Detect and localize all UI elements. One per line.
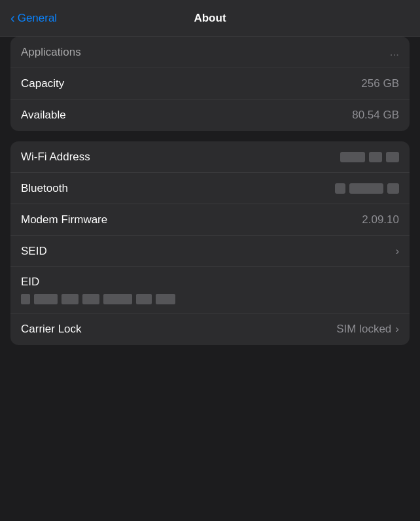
capacity-row[interactable]: Capacity 256 GB	[10, 68, 410, 99]
eid-value	[21, 294, 175, 304]
nav-bar: ‹ General About	[0, 0, 420, 37]
eid-block-4	[82, 294, 99, 304]
eid-row[interactable]: EID	[10, 267, 410, 314]
carrier-lock-label: Carrier Lock	[21, 323, 82, 336]
applications-row[interactable]: Applications ...	[10, 37, 410, 68]
wifi-address-label: Wi-Fi Address	[21, 151, 90, 164]
available-value: 80.54 GB	[352, 109, 399, 122]
bluetooth-label: Bluetooth	[21, 182, 68, 195]
seid-row[interactable]: SEID ›	[10, 236, 410, 267]
modem-firmware-value: 2.09.10	[362, 213, 399, 226]
carrier-lock-row[interactable]: Carrier Lock SIM locked ›	[10, 314, 410, 345]
capacity-value: 256 GB	[361, 77, 399, 90]
seid-chevron-icon: ›	[396, 245, 399, 257]
bt-blur-1	[335, 183, 345, 194]
carrier-lock-chevron-icon: ›	[395, 323, 399, 336]
capacity-label: Capacity	[21, 77, 64, 90]
bt-blur-3	[387, 183, 399, 194]
back-label: General	[18, 12, 57, 25]
carrier-lock-value: SIM locked ›	[336, 323, 399, 336]
bt-blur-2	[349, 183, 383, 194]
back-chevron-icon: ‹	[10, 10, 15, 26]
network-section: Wi-Fi Address Bluetooth Modem Firmware 2…	[10, 141, 410, 345]
eid-label: EID	[21, 276, 39, 289]
wifi-address-row[interactable]: Wi-Fi Address	[10, 141, 410, 173]
eid-block-3	[61, 294, 79, 304]
eid-block-6	[136, 294, 152, 304]
wifi-blur-2	[369, 152, 382, 162]
modem-firmware-row[interactable]: Modem Firmware 2.09.10	[10, 204, 410, 236]
eid-block-7	[156, 294, 175, 304]
eid-block-2	[34, 294, 58, 304]
back-button[interactable]: ‹ General	[10, 10, 57, 26]
modem-firmware-label: Modem Firmware	[21, 213, 107, 226]
seid-label: SEID	[21, 245, 47, 258]
top-section: Applications ... Capacity 256 GB Availab…	[10, 37, 410, 131]
carrier-lock-status: SIM locked	[336, 323, 391, 336]
eid-block-5	[103, 294, 132, 304]
wifi-address-value	[340, 152, 399, 162]
nav-title: About	[194, 12, 226, 25]
wifi-blur-3	[386, 152, 399, 162]
eid-block-1	[21, 294, 30, 304]
bluetooth-row[interactable]: Bluetooth	[10, 173, 410, 204]
bluetooth-value	[335, 183, 399, 194]
applications-value: ...	[390, 46, 399, 59]
available-row[interactable]: Available 80.54 GB	[10, 99, 410, 131]
applications-label: Applications	[21, 46, 81, 59]
wifi-blur-1	[340, 152, 365, 162]
available-label: Available	[21, 109, 66, 122]
